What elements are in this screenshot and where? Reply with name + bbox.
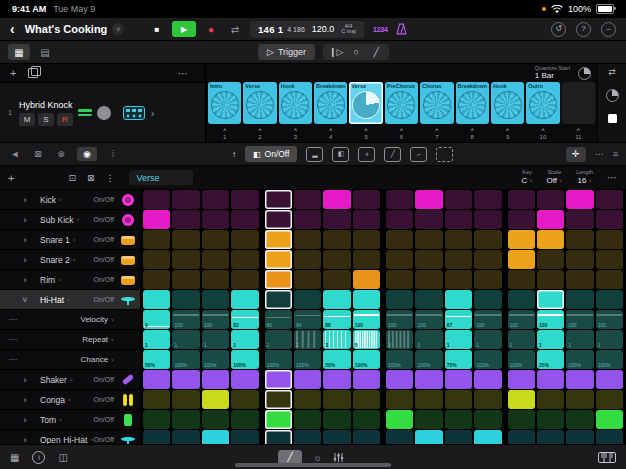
step-cell-2[interactable] [172,410,199,429]
step-cell-7[interactable] [323,410,350,429]
step-cell-8[interactable] [353,250,380,269]
subrow-more-icon[interactable]: ⋯ [6,315,20,324]
step-cell-6[interactable] [294,190,321,209]
row-options-icon[interactable]: ⋮ [106,173,115,183]
scene-launch-chevron[interactable]: ˄ [329,127,333,133]
row-control-label[interactable]: On/Off [94,276,115,283]
tom-icon[interactable] [120,413,136,427]
step-cell-5[interactable] [265,410,292,429]
minimize-icon[interactable]: – [601,22,616,37]
step-cell-3[interactable] [202,230,229,249]
velocity-mode-icon[interactable]: ▂ [306,147,323,162]
chance-cell-12[interactable]: 100% [474,350,501,369]
step-cell-13[interactable] [508,370,535,389]
pointer-icon[interactable]: ↑ [232,150,236,159]
scene-column-11[interactable]: ˄11 [562,127,595,140]
loop-mode-icon[interactable]: ⌐ [410,147,427,162]
step-cell-2[interactable] [172,430,199,444]
row-header[interactable]: ›Snare 2˅On/Off [0,250,140,269]
step-cell-3[interactable] [202,430,229,444]
velocity-cell-4[interactable]: 82 [231,310,258,329]
scene-column-4[interactable]: ˄4 [314,127,347,140]
move-tool-icon[interactable]: ✛ [566,147,586,162]
step-cell-7[interactable] [323,430,350,444]
step-cell-8[interactable] [353,410,380,429]
step-cell-2[interactable] [172,210,199,229]
velocity-cell-12[interactable]: 100 [474,310,501,329]
step-cell-4[interactable] [231,410,258,429]
step-cell-8[interactable] [353,190,380,209]
step-cell-15[interactable] [566,210,593,229]
cycle-button[interactable]: ⇄ [226,21,244,37]
subrow-header[interactable]: ⋯Chance˅ [0,350,140,369]
step-cell-1[interactable] [143,190,170,209]
velocity-cell-14[interactable]: 100 [537,310,564,329]
step-cell-6[interactable] [294,270,321,289]
pattern-more-button[interactable]: ⋯ [607,172,618,183]
step-cell-7[interactable] [323,230,350,249]
velocity-cell-8[interactable]: 100 [353,310,380,329]
velocity-cell-2[interactable]: 100 [172,310,199,329]
duplicate-icon[interactable] [28,68,38,78]
help-icon[interactable]: ? [576,22,591,37]
step-cell-2[interactable] [172,250,199,269]
repeat-cell-2[interactable]: 1 [172,330,199,349]
scene-launch-chevron[interactable]: ˄ [294,127,298,133]
conga-icon[interactable] [120,393,136,407]
step-cell-5[interactable] [265,430,292,444]
step-cell-8[interactable] [353,210,380,229]
scene-cell-5[interactable]: Verse [349,82,382,124]
scene-cell-4[interactable]: Breakdown [314,82,347,124]
repeat-cell-9[interactable]: 3 [386,330,413,349]
key-control[interactable]: Key C ˅ [522,170,533,185]
expand-chevron-icon[interactable]: › [18,235,32,245]
trigger-button[interactable]: ▷ Trigger [258,44,315,60]
expand-chevron-icon[interactable]: › [18,195,32,205]
scene-column-8[interactable]: ˄8 [456,127,489,140]
expand-chevron-icon[interactable]: › [18,255,32,265]
step-cell-14[interactable] [537,410,564,429]
row-header[interactable]: ›Snare 1˅On/Off [0,230,140,249]
row-control-label[interactable]: On/Off [94,396,115,403]
record-arm-button[interactable]: R [57,113,73,126]
drum-icon[interactable] [120,273,136,287]
scene-cell-10[interactable]: Outro [526,82,559,124]
step-cell-11[interactable] [445,190,472,209]
step-cell-7[interactable] [323,390,350,409]
hihat-icon[interactable] [120,293,136,307]
step-cell-16[interactable] [596,190,623,209]
die-icon[interactable]: ⊡ [68,173,76,183]
project-title[interactable]: What's Cooking [25,23,108,35]
velocity-cell-7[interactable]: 88 [323,310,350,329]
step-cell-8[interactable] [353,390,380,409]
row-header[interactable]: ›Open Hi-Hat˅On/Off [0,430,140,444]
browser-panel-icon[interactable]: ◫ [58,452,67,463]
drum-machine-icon[interactable] [123,106,145,120]
step-cell-6[interactable] [294,230,321,249]
scale-control[interactable]: Scale Off ˅ [546,170,562,185]
step-cell-16[interactable] [596,250,623,269]
chance-cell-6[interactable]: 100% [294,350,321,369]
step-cell-13[interactable] [508,390,535,409]
row-header[interactable]: ˅Hi-Hat˅On/Off [0,290,140,309]
expand-columns-icon[interactable]: ⇄ [608,68,616,77]
metronome-icon[interactable] [396,23,407,35]
step-cell-4[interactable] [231,250,258,269]
velocity-cell-5[interactable]: 80 [265,310,292,329]
stop-button[interactable]: ■ [148,21,166,37]
track-more-button[interactable]: ⋯ [178,68,189,79]
mute-button[interactable]: M [19,113,35,126]
velocity-cell-10[interactable]: 100 [415,310,442,329]
step-cell-6[interactable] [294,390,321,409]
row-control-label[interactable]: On/Off [94,256,115,263]
step-cell-8[interactable] [353,290,380,309]
expand-chevron-icon[interactable]: › [18,215,32,225]
step-cell-11[interactable] [445,210,472,229]
repeat-cell-11[interactable]: 1 [445,330,472,349]
add-row-button[interactable]: + [8,172,14,184]
sliders-icon[interactable] [333,452,344,463]
step-cell-11[interactable] [445,390,472,409]
row-header[interactable]: ›Sub Kick˅On/Off [0,210,140,229]
piano-keyboard-icon[interactable] [598,452,616,463]
step-cell-5[interactable] [265,190,292,209]
